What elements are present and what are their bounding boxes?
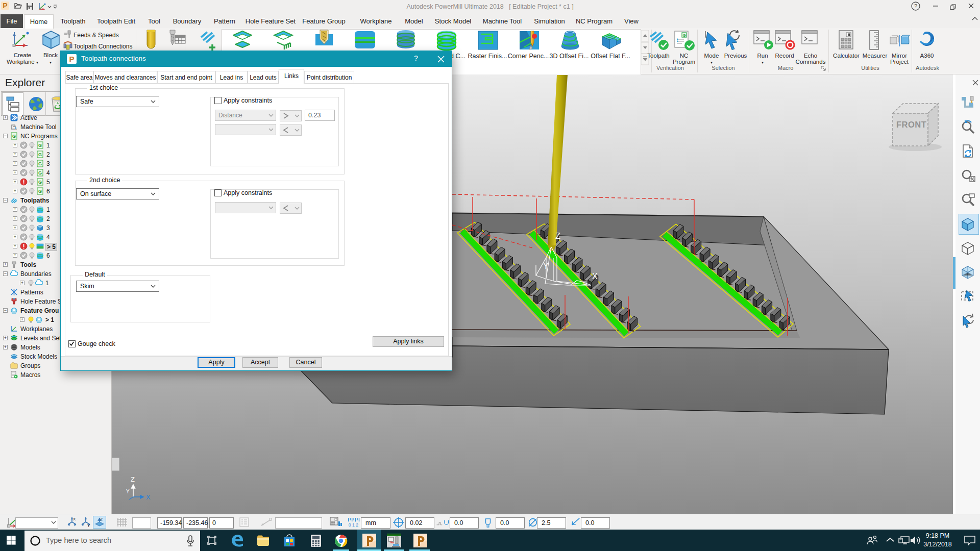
- svg-text:X: X: [146, 493, 151, 501]
- svg-text:Z: Z: [555, 232, 560, 240]
- svg-text:X: X: [592, 272, 598, 281]
- svg-text:Y: Y: [87, 523, 90, 528]
- svg-text:G: G: [12, 134, 16, 139]
- svg-text:?: ?: [914, 3, 917, 9]
- svg-text:Y: Y: [543, 262, 549, 270]
- svg-text:0 1 2: 0 1 2: [349, 522, 358, 528]
- svg-text:G: G: [682, 33, 685, 38]
- svg-text:G: G: [38, 161, 42, 166]
- svg-text:Z: Z: [101, 517, 103, 521]
- svg-text:G: G: [38, 170, 42, 176]
- svg-text:G: G: [38, 152, 42, 157]
- svg-text:G: G: [38, 143, 42, 148]
- svg-text:P: P: [3, 2, 7, 10]
- svg-text:X: X: [73, 517, 76, 521]
- svg-text:FRONT: FRONT: [896, 120, 926, 129]
- svg-text:G: G: [38, 180, 42, 185]
- svg-text:Z: Z: [131, 475, 135, 483]
- svg-text:G: G: [38, 189, 42, 194]
- svg-text:Y: Y: [126, 489, 130, 494]
